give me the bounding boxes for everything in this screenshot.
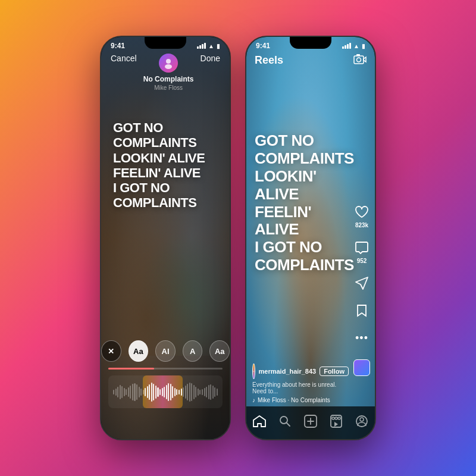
svg-point-7 bbox=[280, 416, 287, 424]
wave-bar bbox=[149, 384, 150, 400]
wave-bar bbox=[162, 388, 163, 396]
wave-bar bbox=[208, 385, 209, 399]
wave-bar bbox=[183, 387, 184, 397]
reels-header: Reels bbox=[246, 54, 375, 67]
notch bbox=[145, 37, 186, 49]
wave-bar bbox=[130, 386, 131, 399]
editor-lyrics: GOT NO COMPLAINTS LOOKIN' ALIVE FEELIN' … bbox=[113, 120, 218, 211]
heart-icon bbox=[353, 203, 370, 220]
svg-point-10 bbox=[332, 417, 334, 419]
font-aa-button[interactable]: Aa bbox=[129, 340, 149, 362]
wave-bar bbox=[126, 389, 127, 395]
left-phone: 9:41 ▲ ▮ Cancel bbox=[100, 36, 231, 440]
svg-point-12 bbox=[338, 417, 340, 419]
song-title: No Complaints bbox=[143, 75, 194, 83]
wave-bar bbox=[115, 389, 117, 396]
profile-button[interactable] bbox=[353, 359, 370, 376]
send-icon bbox=[353, 275, 370, 292]
like-count: 823k bbox=[355, 222, 368, 228]
home-nav[interactable] bbox=[253, 415, 266, 427]
left-status-icons: ▲ ▮ bbox=[197, 43, 220, 49]
lyric-line-6: COMPLAINTS bbox=[113, 195, 218, 210]
reels-lyric-5: I GOT NO bbox=[255, 239, 339, 256]
lyric-line-1: GOT NO bbox=[113, 120, 218, 135]
wave-bar bbox=[113, 390, 114, 394]
lyric-line-4: FEELIN' ALIVE bbox=[113, 165, 218, 180]
wave-bar bbox=[210, 384, 211, 400]
wave-bar bbox=[147, 386, 148, 398]
left-screen: 9:41 ▲ ▮ Cancel bbox=[101, 37, 230, 439]
signal-icon bbox=[197, 43, 206, 49]
share-button[interactable] bbox=[353, 275, 370, 292]
right-wifi-icon: ▲ bbox=[353, 43, 359, 49]
create-nav[interactable] bbox=[304, 415, 317, 428]
right-status-icons: ▲ ▮ bbox=[342, 43, 365, 49]
notch-right bbox=[290, 37, 331, 49]
svg-point-6 bbox=[253, 371, 254, 372]
wave-bar bbox=[181, 389, 182, 396]
battery-icon: ▮ bbox=[217, 43, 220, 49]
reels-title: Reels bbox=[255, 54, 283, 67]
like-button[interactable]: 823k bbox=[353, 203, 370, 228]
music-info: Mike Floss · No Complaints bbox=[258, 397, 330, 403]
action-buttons: 823k 952 bbox=[353, 203, 370, 376]
wave-bar bbox=[155, 386, 156, 399]
user-avatar bbox=[252, 364, 255, 379]
more-icon: ••• bbox=[353, 330, 370, 346]
comment-button[interactable]: 952 bbox=[353, 239, 370, 264]
wave-bar bbox=[136, 384, 137, 400]
right-phone: 9:41 ▲ ▮ Reels bbox=[245, 36, 376, 440]
search-nav[interactable] bbox=[279, 415, 291, 427]
wave-bar bbox=[187, 384, 188, 400]
reels-nav[interactable] bbox=[330, 415, 342, 428]
reels-lyric-3: LOOKIN' ALIVE bbox=[255, 168, 339, 203]
wave-bar bbox=[151, 383, 152, 402]
wave-bar bbox=[164, 387, 165, 397]
song-info: No Complaints Mike Floss bbox=[143, 54, 194, 91]
save-button[interactable] bbox=[353, 302, 370, 319]
reels-lyrics: GOT NO COMPLAINTS LOOKIN' ALIVE FEELIN' … bbox=[255, 132, 339, 274]
right-time: 9:41 bbox=[256, 42, 270, 50]
reels-lyric-2: COMPLAINTS bbox=[255, 150, 339, 168]
profile-nav[interactable] bbox=[355, 415, 368, 428]
svg-point-1 bbox=[165, 64, 172, 69]
wave-bar bbox=[121, 386, 123, 398]
wave-bar bbox=[176, 389, 177, 395]
align-text-button[interactable]: A bbox=[183, 340, 203, 362]
reels-lyric-1: GOT NO bbox=[255, 132, 339, 150]
wave-bar bbox=[128, 387, 129, 397]
wave-bar bbox=[189, 383, 190, 402]
person-icon bbox=[162, 57, 174, 69]
wave-bar bbox=[145, 388, 146, 396]
svg-point-0 bbox=[166, 59, 171, 64]
ai-text-button[interactable]: AI bbox=[155, 340, 176, 362]
left-time: 9:41 bbox=[111, 42, 125, 50]
follow-button[interactable]: Follow bbox=[320, 367, 349, 376]
style-aa-button[interactable]: Aa bbox=[209, 340, 230, 362]
wave-bar bbox=[198, 389, 199, 396]
svg-point-3 bbox=[357, 58, 361, 62]
wave-bar bbox=[214, 387, 215, 397]
waveform-area[interactable] bbox=[108, 368, 223, 421]
wave-bar bbox=[143, 390, 144, 394]
waveform-container[interactable] bbox=[108, 375, 223, 408]
song-artist: Mike Floss bbox=[154, 84, 183, 91]
wave-bar bbox=[202, 389, 203, 395]
reels-lyric-4: FEELIN' ALIVE bbox=[255, 203, 339, 239]
music-row: ♪ Mike Floss · No Complaints bbox=[252, 397, 349, 403]
avatar-icon bbox=[253, 367, 255, 376]
right-screen: 9:41 ▲ ▮ Reels bbox=[246, 37, 375, 439]
more-button[interactable]: ••• bbox=[353, 330, 370, 346]
camera-icon[interactable] bbox=[353, 54, 367, 67]
done-button[interactable]: Done bbox=[201, 54, 220, 63]
right-signal-icon bbox=[342, 43, 351, 49]
wave-bar bbox=[191, 383, 192, 401]
wave-bar bbox=[204, 388, 205, 396]
music-note-icon: ♪ bbox=[252, 397, 255, 403]
close-tool-button[interactable]: ✕ bbox=[101, 340, 121, 362]
wave-bar bbox=[193, 385, 195, 399]
wave-bar bbox=[117, 387, 118, 397]
wave-bar bbox=[134, 383, 135, 401]
cancel-button[interactable]: Cancel bbox=[111, 54, 137, 63]
wave-bar bbox=[172, 386, 173, 398]
